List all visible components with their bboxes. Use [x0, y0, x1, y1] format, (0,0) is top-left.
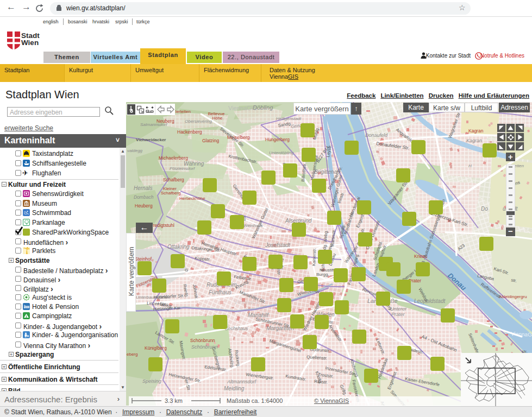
svg-text:Schafberg: Schafberg: [163, 177, 184, 182]
svg-text:Küniglberg: Küniglberg: [145, 345, 167, 351]
svg-text:Höhe: Höhe: [212, 116, 223, 121]
svg-text:Hungerberg: Hungerberg: [265, 137, 290, 142]
svg-text:Döbling: Döbling: [253, 104, 273, 111]
svg-text:G: G: [185, 268, 188, 273]
svg-text:eberg: eberg: [127, 352, 137, 357]
svg-text:Speising: Speising: [142, 378, 161, 384]
svg-text:Raxstr.: Raxstr.: [314, 379, 328, 385]
svg-text:Obersievering: Obersievering: [185, 119, 212, 124]
svg-text:Hernals: Hernals: [134, 185, 152, 191]
svg-text:Fünfhaus: Fünfhaus: [209, 289, 231, 295]
svg-text:Ableidingergru: Ableidingergru: [499, 294, 527, 299]
svg-text:Hackenberg: Hackenberg: [177, 129, 202, 135]
svg-text:Predigtstuhl: Predigtstuhl: [150, 223, 174, 228]
svg-text:H: H: [468, 163, 472, 168]
svg-text:Heiligenstadt: Heiligenstadt: [276, 116, 302, 121]
svg-text:Schafberg: Schafberg: [161, 191, 180, 195]
svg-text:Kagran: Kagran: [468, 128, 484, 134]
svg-text:Josefstadt: Josefstadt: [265, 242, 291, 248]
svg-text:Herbeckhöhe: Herbeckhöhe: [179, 196, 205, 201]
svg-text:Schönbrunn: Schönbrunn: [190, 338, 215, 343]
svg-text:Burgg.: Burgg.: [316, 272, 329, 277]
svg-text:Salmannsdorf: Salmannsdorf: [140, 122, 167, 127]
svg-text:Donaufeld: Donaufeld: [365, 132, 388, 138]
svg-text:Kagran: Kagran: [466, 138, 482, 143]
svg-text:Meidling: Meidling: [224, 386, 245, 391]
svg-text:Steinhof: Steinhof: [135, 256, 152, 262]
svg-text:Dombach: Dombach: [134, 194, 154, 200]
svg-text:Prater: Prater: [391, 312, 405, 317]
svg-text:Michaelerberg: Michaelerberg: [159, 155, 188, 161]
svg-text:Altmannsdorf: Altmannsdorf: [227, 379, 257, 384]
svg-text:Do: Do: [481, 206, 488, 212]
svg-text:Sechshaus: Sechshaus: [225, 326, 248, 331]
svg-text:Ottakring: Ottakring: [167, 244, 190, 250]
svg-text:Kaiserstr.: Kaiserstr.: [311, 248, 317, 266]
svg-text:Zierleiten: Zierleiten: [173, 109, 191, 114]
svg-text:valdegg: valdegg: [127, 148, 143, 153]
svg-text:Unterdöbling: Unterdöbling: [269, 150, 294, 155]
svg-text:Viehweidacker: Viehweidacker: [136, 137, 166, 142]
svg-text:Pötzleinsdorf: Pötzleinsdorf: [170, 166, 195, 171]
svg-text:Glatzing: Glatzing: [202, 138, 219, 143]
svg-text:Linzer Str.: Linzer Str.: [147, 301, 166, 307]
svg-text:Heuberg: Heuberg: [135, 203, 153, 208]
svg-text:Leopoldstadt: Leopoldstadt: [414, 298, 446, 304]
